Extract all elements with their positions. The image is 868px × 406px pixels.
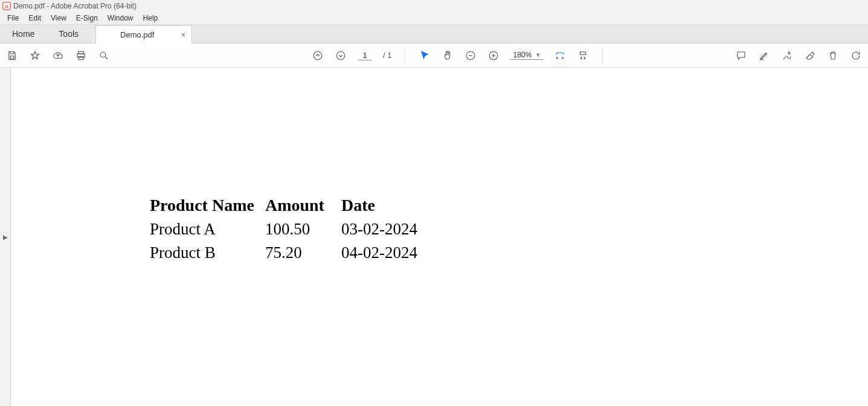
svg-point-6: [100, 52, 106, 57]
cell-date: 03-02-2024: [335, 219, 428, 242]
data-table: Product Name Amount Date Product A 100.5…: [150, 195, 428, 266]
tab-document-label: Demo.pdf: [120, 30, 154, 39]
cell-name: Product B: [150, 242, 265, 266]
page-total-label: / 1: [383, 51, 391, 60]
rotate-icon[interactable]: [850, 50, 862, 62]
menu-file[interactable]: File: [2, 13, 24, 24]
toolbar: / 1 180% ▼: [0, 44, 868, 68]
svg-text:A: A: [5, 4, 8, 10]
tab-close-button[interactable]: ×: [181, 30, 185, 39]
zoom-value: 180%: [513, 51, 532, 59]
nav-pane-toggle[interactable]: ▶: [0, 68, 11, 406]
pdf-content: Product Name Amount Date Product A 100.5…: [150, 195, 428, 266]
comment-icon[interactable]: [735, 50, 747, 62]
highlight-icon[interactable]: [758, 50, 770, 62]
app-icon: A: [2, 2, 11, 10]
draw-icon[interactable]: [781, 50, 793, 62]
find-icon[interactable]: [98, 50, 110, 62]
title-bar: A Demo.pdf - Adobe Acrobat Pro (64-bit): [0, 0, 868, 12]
tab-bar: Home Tools Demo.pdf ×: [0, 24, 868, 44]
col-header-date: Date: [335, 195, 428, 219]
print-icon[interactable]: [75, 50, 87, 62]
erase-icon[interactable]: [804, 50, 816, 62]
cell-amount: 100.50: [265, 219, 335, 242]
tab-tools[interactable]: Tools: [47, 25, 91, 43]
document-stage: ▶ Product Name Amount Date Product A 100…: [0, 68, 868, 406]
window-title: Demo.pdf - Adobe Acrobat Pro (64-bit): [13, 2, 137, 10]
table-row: Product A 100.50 03-02-2024: [150, 219, 428, 242]
selection-arrow-icon[interactable]: [419, 50, 431, 62]
trash-icon[interactable]: [827, 50, 839, 62]
separator: [405, 49, 405, 62]
chevron-down-icon: ▼: [535, 52, 541, 58]
col-header-amount: Amount: [265, 195, 335, 219]
cell-name: Product A: [150, 219, 265, 242]
menu-edit[interactable]: Edit: [24, 13, 46, 24]
star-icon[interactable]: [29, 50, 41, 62]
cell-date: 04-02-2024: [335, 242, 428, 266]
svg-rect-2: [10, 56, 14, 59]
zoom-out-icon[interactable]: [465, 50, 477, 62]
fit-width-icon[interactable]: [554, 50, 566, 62]
svg-point-8: [336, 51, 345, 60]
page-up-icon[interactable]: [312, 50, 324, 62]
svg-rect-5: [79, 56, 83, 59]
menu-view[interactable]: View: [46, 13, 71, 24]
menu-esign[interactable]: E-Sign: [71, 13, 103, 24]
save-icon[interactable]: [6, 50, 18, 62]
svg-point-7: [313, 51, 322, 60]
page-number-input[interactable]: [358, 51, 372, 60]
svg-rect-11: [580, 52, 586, 55]
cell-amount: 75.20: [265, 242, 335, 266]
chevron-right-icon: ▶: [3, 234, 8, 240]
menu-bar: File Edit View E-Sign Window Help: [0, 12, 868, 24]
menu-help[interactable]: Help: [138, 13, 163, 24]
page-down-icon[interactable]: [335, 50, 347, 62]
col-header-name: Product Name: [150, 195, 265, 219]
tab-document[interactable]: Demo.pdf ×: [95, 25, 192, 44]
table-header-row: Product Name Amount Date: [150, 195, 428, 219]
table-row: Product B 75.20 04-02-2024: [150, 242, 428, 266]
zoom-select[interactable]: 180% ▼: [510, 51, 543, 60]
fit-page-icon[interactable]: [577, 50, 589, 62]
zoom-in-icon[interactable]: [487, 50, 500, 62]
separator: [602, 49, 603, 62]
tab-home[interactable]: Home: [0, 25, 47, 43]
hand-pan-icon[interactable]: [442, 50, 454, 62]
cloud-upload-icon[interactable]: [52, 50, 64, 62]
pdf-page[interactable]: Product Name Amount Date Product A 100.5…: [11, 68, 868, 406]
menu-window[interactable]: Window: [103, 13, 138, 24]
